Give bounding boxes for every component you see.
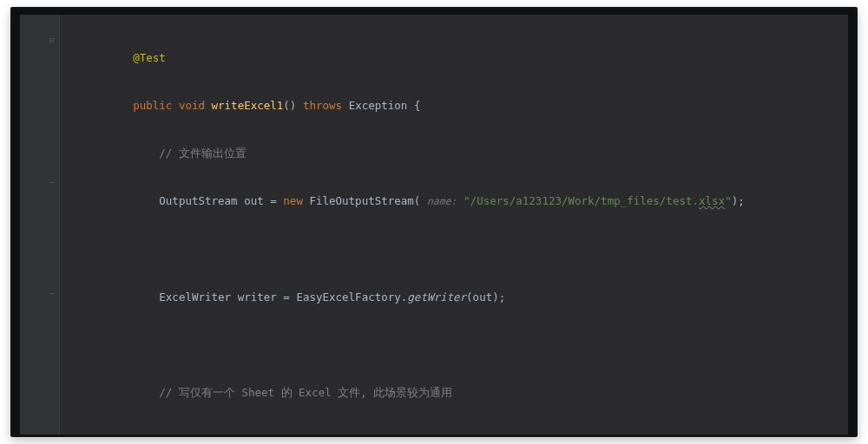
param-hint: name: — [427, 195, 457, 207]
code-line — [81, 337, 745, 353]
param-hint: sheetNo: — [329, 435, 377, 437]
string-underlined: xlsx — [699, 194, 725, 207]
ctor: FileOutputStream — [309, 194, 413, 207]
type: WriteModel — [508, 434, 573, 437]
var: sheet1 — [198, 434, 237, 437]
code-line: public void writeExcel1() throws Excepti… — [81, 98, 745, 114]
code-line: @Test — [81, 50, 745, 66]
type: ExcelWriter — [159, 291, 231, 304]
gutter: ⊟ — — — [20, 15, 60, 434]
comment: // 写仅有一个 Sheet 的 Excel 文件, 此场景较为通用 — [159, 386, 452, 399]
number: 0 — [489, 434, 496, 437]
code-line: // 文件输出位置 — [81, 146, 745, 161]
editor-window: ⊟ — — @Test public void writeExcel1() th… — [10, 7, 858, 437]
fold-open-icon[interactable]: ⊟ — [49, 36, 54, 44]
code-line: ExcelWriter writer = EasyExcelFactory.ge… — [81, 290, 745, 305]
var: writer — [238, 291, 277, 304]
punct: (out); — [466, 291, 505, 304]
keyword: public — [133, 99, 172, 112]
type: Exception — [349, 99, 408, 112]
code-line: // 写仅有一个 Sheet 的 Excel 文件, 此场景较为通用 — [81, 385, 745, 401]
punct: ); — [732, 194, 745, 207]
fold-marker-icon: — — [49, 289, 54, 297]
comment: // 文件输出位置 — [159, 147, 247, 160]
ctor: Sheet — [283, 434, 316, 437]
op: = — [244, 434, 251, 437]
keyword: new — [257, 434, 277, 437]
code-area[interactable]: @Test public void writeExcel1() throws E… — [60, 15, 745, 434]
static-method: getWriter — [407, 291, 466, 304]
punct: , — [391, 434, 398, 437]
method-name: writeExcel1 — [212, 99, 284, 112]
code-line: OutputStream out = new FileOutputStream(… — [81, 193, 745, 209]
punct: { — [414, 99, 421, 112]
code-editor[interactable]: ⊟ — — @Test public void writeExcel1() th… — [20, 15, 848, 434]
string: "/Users/a123123/Work/tmp_files/test. — [464, 194, 699, 207]
op: = — [270, 194, 277, 207]
annotation: @Test — [133, 51, 166, 64]
punct: () — [283, 99, 296, 112]
keyword: void — [179, 99, 205, 112]
punct: , — [495, 434, 502, 437]
keyword: new — [283, 194, 303, 207]
string: " — [725, 194, 732, 207]
var: out — [244, 194, 264, 207]
fold-marker-icon: — — [49, 178, 54, 186]
keyword: throws — [303, 99, 342, 112]
number: 1 — [384, 434, 391, 437]
param-hint: headLineMun: — [410, 435, 482, 437]
code-line — [81, 242, 745, 258]
op: = — [283, 291, 290, 304]
punct: .class); — [574, 434, 626, 437]
type: EasyExcelFactory — [296, 291, 400, 304]
type: OutputStream — [159, 194, 237, 207]
code-line: Sheet sheet1 = new Sheet( sheetNo: 1, he… — [81, 434, 745, 437]
type: Sheet — [159, 434, 192, 437]
